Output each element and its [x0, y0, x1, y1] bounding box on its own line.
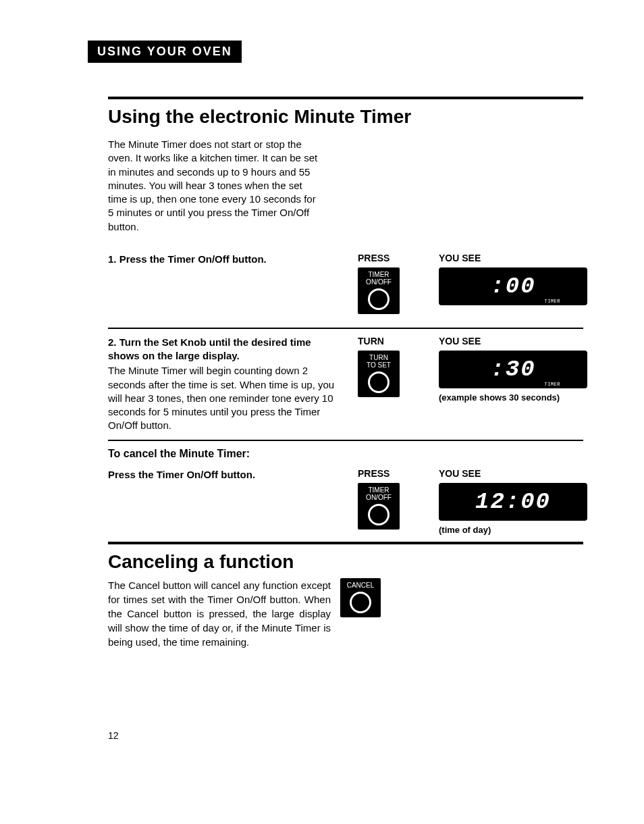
cancel-function-body: The Cancel button will cancel any functi… — [108, 578, 331, 649]
display-caption: (time of day) — [439, 525, 601, 535]
display-sublabel: TIMER — [544, 382, 560, 387]
you-see-label: YOU SEE — [439, 336, 601, 346]
knob-icon — [350, 592, 371, 613]
button-label: CANCEL — [342, 582, 379, 589]
step1-heading: 1. Press the Timer On/Off button. — [108, 253, 338, 266]
display-caption: (example shows 30 seconds) — [439, 392, 601, 403]
page-number: 12 — [108, 730, 583, 741]
turn-label: TURN — [358, 336, 419, 346]
section-title: Using the electronic Minute Timer — [108, 106, 583, 128]
cancel-timer-heading: To cancel the Minute Timer: — [108, 448, 583, 460]
turn-to-set-button: TURN TO SET — [358, 351, 400, 397]
header-bar: USING YOUR OVEN — [88, 41, 242, 63]
cancel-timer-text: Press the Timer On/Off button. — [108, 468, 338, 482]
timer-onoff-button: TIMER ON/OFF — [358, 483, 400, 530]
knob-icon — [368, 504, 390, 525]
display-value: :30 — [490, 357, 535, 382]
rule — [108, 97, 583, 99]
press-label: PRESS — [358, 468, 419, 479]
rule — [108, 440, 583, 441]
button-label-line2: TO SET — [359, 361, 398, 369]
press-label: PRESS — [358, 253, 419, 263]
knob-icon — [368, 288, 390, 310]
display-sublabel: TIMER — [544, 299, 560, 304]
section-title-2: Canceling a function — [108, 551, 583, 573]
you-see-label: YOU SEE — [439, 253, 601, 263]
rule — [108, 328, 583, 329]
you-see-label: YOU SEE — [439, 468, 601, 479]
display-panel: :00 TIMER — [439, 267, 587, 305]
display-panel: :30 TIMER — [439, 351, 587, 388]
button-label-line1: TIMER — [359, 271, 398, 278]
step2-body: The Minute Timer will begin counting dow… — [108, 364, 338, 432]
knob-icon — [368, 371, 390, 393]
timer-onoff-button: TIMER ON/OFF — [358, 267, 400, 314]
display-value: :00 — [490, 274, 535, 299]
intro-text: The Minute Timer does not start or stop … — [108, 138, 324, 234]
step2-heading: 2. Turn the Set Knob until the desired t… — [108, 336, 338, 363]
button-label-line2: ON/OFF — [359, 494, 398, 501]
display-value: 12:00 — [475, 489, 551, 515]
button-label-line1: TURN — [359, 354, 398, 361]
display-panel: 12:00 — [439, 483, 587, 521]
button-label-line2: ON/OFF — [359, 278, 398, 286]
rule — [108, 542, 583, 544]
cancel-button: CANCEL — [340, 578, 381, 617]
button-label-line1: TIMER — [359, 486, 398, 494]
